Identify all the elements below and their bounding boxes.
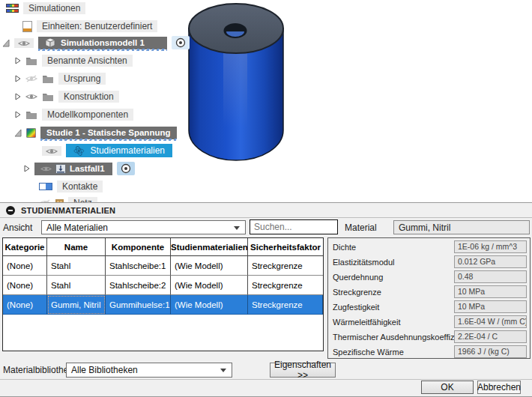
column-header: Name [47, 238, 106, 256]
selected-tree-row[interactable]: Studienmaterialien [66, 144, 172, 157]
model-cylinder[interactable] [187, 1, 285, 163]
studienmaterialien-dialog: STUDIENMATERIALIEN Ansicht Alle Material… [0, 202, 532, 397]
cube-icon [44, 37, 56, 48]
tree-item-lastfall1[interactable]: Lastfall1 [24, 162, 135, 175]
table-row[interactable]: (None) Stahl Stahlscheibe:1 (Wie Modell)… [3, 256, 323, 276]
folder-icon [42, 74, 54, 83]
tree-item-label: Netz [68, 197, 97, 202]
property-row: Spezifische Wärme1966 J / (kg C) [328, 345, 530, 360]
property-value: 0.48 [454, 270, 527, 283]
chevron-down-icon [234, 226, 240, 230]
material-value-field: Gummi, Nitril [393, 220, 530, 234]
materials-table[interactable]: Kategorie Name Komponente Studienmateria… [2, 237, 324, 351]
property-value: 10 MPa [454, 300, 527, 313]
tree-item-simulationsmodell[interactable]: Simulationsmodell 1 [1, 36, 190, 49]
units-document-icon [22, 21, 32, 32]
tree-item-label: Benannte Ansichten [42, 55, 133, 67]
ok-button[interactable]: OK [421, 381, 474, 394]
property-value: 10 MPa [454, 285, 527, 298]
contacts-icon [39, 183, 52, 190]
radio-target-icon[interactable] [121, 163, 131, 174]
cylinder-graphic [187, 1, 285, 163]
view-label: Ansicht [3, 222, 32, 233]
tree-item-simulationen[interactable]: Simulationen [6, 1, 85, 15]
expand-open-icon[interactable] [1, 39, 10, 47]
column-header: Sicherheitsfaktor [248, 238, 323, 256]
tree-item-modellkomponenten[interactable]: Modellkomponenten [15, 108, 133, 121]
viewport-3d[interactable]: Simulationen Einheiten: Benutzerdefinier… [0, 0, 532, 202]
loadcase-icon [55, 164, 66, 174]
expand-closed-icon[interactable] [15, 111, 21, 118]
tree-item-label: Studienmaterialien [91, 145, 165, 156]
tree-item-label: Lastfall1 [70, 164, 105, 173]
tree-item-konstruktion[interactable]: Konstruktion [15, 90, 119, 103]
cancel-button[interactable]: Abbrechen [477, 381, 521, 394]
eye-icon[interactable] [40, 166, 52, 172]
tree-item-label: Kontakte [57, 181, 103, 193]
tree-item-label: Konstruktion [58, 91, 119, 103]
expand-open-icon[interactable] [13, 129, 22, 137]
property-value: 1E-06 kg / mm^3 [454, 240, 527, 253]
tree-item-ursprung[interactable]: Ursprung [15, 72, 106, 85]
view-select[interactable]: Alle Materialien [41, 220, 246, 234]
eye-icon[interactable] [46, 148, 58, 155]
folder-icon [25, 110, 37, 119]
property-row: Dichte1E-06 kg / mm^3 [328, 240, 530, 255]
chevron-down-icon [220, 369, 226, 372]
tree-item-kontakte[interactable]: Kontakte [39, 180, 103, 193]
tree-item-studienmaterialien[interactable]: Studienmaterialien [42, 144, 172, 157]
expand-closed-icon[interactable] [15, 93, 21, 100]
column-header: Kategorie [3, 238, 47, 256]
focused-cell[interactable]: Gummi, Nitril [47, 295, 106, 315]
column-header: Komponente [106, 238, 171, 256]
property-row: Zugfestigkeit10 MPa [328, 300, 530, 315]
tree-item-einheiten[interactable]: Einheiten: Benutzerdefiniert [22, 19, 157, 33]
tree-item-label: Ursprung [58, 73, 106, 85]
tree-item-label: Modellkomponenten [42, 109, 133, 121]
properties-button[interactable]: Eigenschaften >> [270, 363, 336, 378]
property-row: Querdehnung0.48 [328, 270, 530, 285]
property-value: 0.012 GPa [454, 255, 527, 268]
fusion-simulation-screen: Simulationen Einheiten: Benutzerdefinier… [0, 0, 532, 397]
search-input[interactable] [250, 219, 338, 234]
property-row: Elastizitätsmodul0.012 GPa [328, 255, 530, 270]
dialog-header: STUDIENMATERIALIEN [0, 203, 532, 218]
tree-item-benannte-ansichten[interactable]: Benannte Ansichten [15, 54, 133, 67]
tree-item-studie1[interactable]: Studie 1 - Statische Spannung [13, 126, 177, 139]
property-value: 1966 J / (kg C) [454, 345, 527, 358]
property-row: Streckgrenze10 MPa [328, 285, 530, 300]
tree-item-netz[interactable]: Netz [39, 196, 97, 202]
table-row-selected[interactable]: (None) Gummi, Nitril Gummihuelse:1 (Wie … [3, 295, 323, 315]
property-value: 2.2E-04 / C [454, 330, 527, 343]
material-properties-panel: Dichte1E-06 kg / mm^3 Elastizitätsmodul0… [327, 237, 531, 359]
tree-item-label: Einheiten: Benutzerdefiniert [37, 20, 157, 32]
tree-item-label: Simulationsmodell 1 [61, 38, 145, 47]
dialog-title: STUDIENMATERIALIEN [21, 206, 115, 215]
eye-icon[interactable] [18, 40, 30, 47]
folder-icon [42, 92, 54, 101]
library-select[interactable]: Alle Bibliotheken [66, 363, 232, 378]
material-label: Material [345, 222, 377, 233]
materials-atom-icon [73, 145, 85, 157]
eye-hidden-icon[interactable] [25, 75, 37, 82]
library-label: Materialbibliothek [3, 365, 73, 375]
active-hatch [40, 139, 177, 141]
table-header-row: Kategorie Name Komponente Studienmateria… [3, 238, 323, 256]
eye-icon[interactable] [25, 93, 37, 100]
tree-item-label: Studie 1 - Statische Spannung [46, 128, 171, 137]
tree-item-label: Simulationen [23, 2, 85, 14]
footer-separator [0, 379, 532, 380]
table-row[interactable]: (None) Stahl Stahlscheibe:2 (Wie Modell)… [3, 276, 323, 295]
simulations-icon [6, 4, 19, 13]
radio-target-icon[interactable] [175, 37, 186, 48]
expand-closed-icon[interactable] [24, 165, 30, 172]
study-icon [26, 128, 36, 138]
active-hatch [38, 49, 167, 51]
collapse-circle-icon[interactable] [6, 206, 15, 215]
property-row: Wärmeleitfähigkeit1.6E-04 W / (mm C) [328, 315, 530, 330]
property-row: Thermischer Ausdehnungskoeffizient2.2E-0… [328, 330, 530, 345]
column-header: Studienmaterialien [171, 238, 248, 256]
expand-closed-icon[interactable] [15, 57, 21, 64]
property-value: 1.6E-04 W / (mm C) [454, 315, 527, 328]
expand-closed-icon[interactable] [15, 75, 21, 82]
